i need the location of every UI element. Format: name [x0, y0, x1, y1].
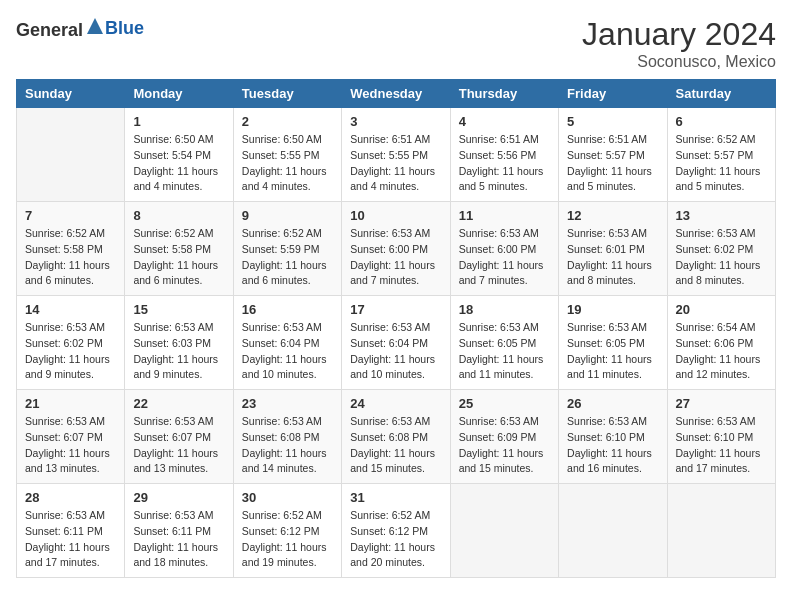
cell-info: Sunrise: 6:53 AMSunset: 6:11 PMDaylight:… — [25, 508, 116, 571]
calendar-week-row: 21Sunrise: 6:53 AMSunset: 6:07 PMDayligh… — [17, 390, 776, 484]
day-number: 28 — [25, 490, 116, 505]
logo-blue: Blue — [105, 18, 144, 38]
cell-info: Sunrise: 6:53 AMSunset: 6:05 PMDaylight:… — [459, 320, 550, 383]
cell-info: Sunrise: 6:53 AMSunset: 6:02 PMDaylight:… — [676, 226, 767, 289]
table-row: 15Sunrise: 6:53 AMSunset: 6:03 PMDayligh… — [125, 296, 233, 390]
table-row: 27Sunrise: 6:53 AMSunset: 6:10 PMDayligh… — [667, 390, 775, 484]
table-row: 18Sunrise: 6:53 AMSunset: 6:05 PMDayligh… — [450, 296, 558, 390]
cell-info: Sunrise: 6:53 AMSunset: 6:08 PMDaylight:… — [350, 414, 441, 477]
svg-marker-0 — [87, 18, 103, 34]
cell-info: Sunrise: 6:53 AMSunset: 6:02 PMDaylight:… — [25, 320, 116, 383]
table-row: 4Sunrise: 6:51 AMSunset: 5:56 PMDaylight… — [450, 108, 558, 202]
table-row: 20Sunrise: 6:54 AMSunset: 6:06 PMDayligh… — [667, 296, 775, 390]
day-number: 19 — [567, 302, 658, 317]
day-number: 1 — [133, 114, 224, 129]
day-number: 26 — [567, 396, 658, 411]
day-number: 27 — [676, 396, 767, 411]
cell-info: Sunrise: 6:53 AMSunset: 6:10 PMDaylight:… — [567, 414, 658, 477]
calendar-week-row: 7Sunrise: 6:52 AMSunset: 5:58 PMDaylight… — [17, 202, 776, 296]
table-row: 26Sunrise: 6:53 AMSunset: 6:10 PMDayligh… — [559, 390, 667, 484]
table-row: 5Sunrise: 6:51 AMSunset: 5:57 PMDaylight… — [559, 108, 667, 202]
table-row — [667, 484, 775, 578]
cell-info: Sunrise: 6:51 AMSunset: 5:55 PMDaylight:… — [350, 132, 441, 195]
table-row: 2Sunrise: 6:50 AMSunset: 5:55 PMDaylight… — [233, 108, 341, 202]
day-number: 9 — [242, 208, 333, 223]
day-number: 3 — [350, 114, 441, 129]
table-row: 24Sunrise: 6:53 AMSunset: 6:08 PMDayligh… — [342, 390, 450, 484]
header-wednesday: Wednesday — [342, 80, 450, 108]
day-number: 30 — [242, 490, 333, 505]
table-row: 11Sunrise: 6:53 AMSunset: 6:00 PMDayligh… — [450, 202, 558, 296]
cell-info: Sunrise: 6:53 AMSunset: 6:11 PMDaylight:… — [133, 508, 224, 571]
table-row: 29Sunrise: 6:53 AMSunset: 6:11 PMDayligh… — [125, 484, 233, 578]
logo-general: General — [16, 20, 83, 40]
header-thursday: Thursday — [450, 80, 558, 108]
weekday-header-row: Sunday Monday Tuesday Wednesday Thursday… — [17, 80, 776, 108]
table-row: 22Sunrise: 6:53 AMSunset: 6:07 PMDayligh… — [125, 390, 233, 484]
table-row: 3Sunrise: 6:51 AMSunset: 5:55 PMDaylight… — [342, 108, 450, 202]
cell-info: Sunrise: 6:53 AMSunset: 6:05 PMDaylight:… — [567, 320, 658, 383]
table-row: 16Sunrise: 6:53 AMSunset: 6:04 PMDayligh… — [233, 296, 341, 390]
calendar-title: January 2024 — [582, 16, 776, 53]
table-row: 7Sunrise: 6:52 AMSunset: 5:58 PMDaylight… — [17, 202, 125, 296]
table-row: 23Sunrise: 6:53 AMSunset: 6:08 PMDayligh… — [233, 390, 341, 484]
cell-info: Sunrise: 6:53 AMSunset: 6:03 PMDaylight:… — [133, 320, 224, 383]
header-friday: Friday — [559, 80, 667, 108]
day-number: 12 — [567, 208, 658, 223]
cell-info: Sunrise: 6:52 AMSunset: 6:12 PMDaylight:… — [242, 508, 333, 571]
day-number: 2 — [242, 114, 333, 129]
day-number: 5 — [567, 114, 658, 129]
cell-info: Sunrise: 6:52 AMSunset: 5:59 PMDaylight:… — [242, 226, 333, 289]
title-block: January 2024 Soconusco, Mexico — [582, 16, 776, 71]
page-header: General Blue January 2024 Soconusco, Mex… — [16, 16, 776, 71]
table-row — [17, 108, 125, 202]
cell-info: Sunrise: 6:53 AMSunset: 6:00 PMDaylight:… — [459, 226, 550, 289]
header-saturday: Saturday — [667, 80, 775, 108]
table-row: 30Sunrise: 6:52 AMSunset: 6:12 PMDayligh… — [233, 484, 341, 578]
table-row: 12Sunrise: 6:53 AMSunset: 6:01 PMDayligh… — [559, 202, 667, 296]
cell-info: Sunrise: 6:52 AMSunset: 5:58 PMDaylight:… — [133, 226, 224, 289]
table-row: 10Sunrise: 6:53 AMSunset: 6:00 PMDayligh… — [342, 202, 450, 296]
table-row: 31Sunrise: 6:52 AMSunset: 6:12 PMDayligh… — [342, 484, 450, 578]
day-number: 15 — [133, 302, 224, 317]
cell-info: Sunrise: 6:53 AMSunset: 6:07 PMDaylight:… — [25, 414, 116, 477]
cell-info: Sunrise: 6:50 AMSunset: 5:55 PMDaylight:… — [242, 132, 333, 195]
calendar-table: Sunday Monday Tuesday Wednesday Thursday… — [16, 79, 776, 578]
cell-info: Sunrise: 6:53 AMSunset: 6:08 PMDaylight:… — [242, 414, 333, 477]
day-number: 25 — [459, 396, 550, 411]
day-number: 13 — [676, 208, 767, 223]
table-row: 13Sunrise: 6:53 AMSunset: 6:02 PMDayligh… — [667, 202, 775, 296]
cell-info: Sunrise: 6:53 AMSunset: 6:04 PMDaylight:… — [350, 320, 441, 383]
table-row: 1Sunrise: 6:50 AMSunset: 5:54 PMDaylight… — [125, 108, 233, 202]
day-number: 21 — [25, 396, 116, 411]
day-number: 18 — [459, 302, 550, 317]
day-number: 10 — [350, 208, 441, 223]
day-number: 17 — [350, 302, 441, 317]
cell-info: Sunrise: 6:53 AMSunset: 6:01 PMDaylight:… — [567, 226, 658, 289]
table-row: 25Sunrise: 6:53 AMSunset: 6:09 PMDayligh… — [450, 390, 558, 484]
table-row: 19Sunrise: 6:53 AMSunset: 6:05 PMDayligh… — [559, 296, 667, 390]
table-row: 8Sunrise: 6:52 AMSunset: 5:58 PMDaylight… — [125, 202, 233, 296]
header-sunday: Sunday — [17, 80, 125, 108]
cell-info: Sunrise: 6:53 AMSunset: 6:09 PMDaylight:… — [459, 414, 550, 477]
day-number: 31 — [350, 490, 441, 505]
day-number: 22 — [133, 396, 224, 411]
day-number: 7 — [25, 208, 116, 223]
header-tuesday: Tuesday — [233, 80, 341, 108]
table-row: 14Sunrise: 6:53 AMSunset: 6:02 PMDayligh… — [17, 296, 125, 390]
cell-info: Sunrise: 6:53 AMSunset: 6:04 PMDaylight:… — [242, 320, 333, 383]
cell-info: Sunrise: 6:53 AMSunset: 6:10 PMDaylight:… — [676, 414, 767, 477]
table-row: 28Sunrise: 6:53 AMSunset: 6:11 PMDayligh… — [17, 484, 125, 578]
day-number: 29 — [133, 490, 224, 505]
day-number: 8 — [133, 208, 224, 223]
cell-info: Sunrise: 6:50 AMSunset: 5:54 PMDaylight:… — [133, 132, 224, 195]
day-number: 4 — [459, 114, 550, 129]
table-row: 9Sunrise: 6:52 AMSunset: 5:59 PMDaylight… — [233, 202, 341, 296]
logo-icon — [85, 16, 105, 36]
calendar-week-row: 1Sunrise: 6:50 AMSunset: 5:54 PMDaylight… — [17, 108, 776, 202]
header-monday: Monday — [125, 80, 233, 108]
table-row: 17Sunrise: 6:53 AMSunset: 6:04 PMDayligh… — [342, 296, 450, 390]
table-row — [559, 484, 667, 578]
day-number: 16 — [242, 302, 333, 317]
table-row: 21Sunrise: 6:53 AMSunset: 6:07 PMDayligh… — [17, 390, 125, 484]
